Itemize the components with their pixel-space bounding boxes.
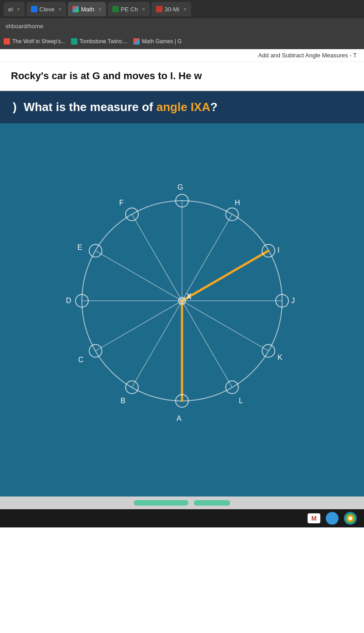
horizontal-scrollbar-thumb[interactable] (134, 500, 188, 506)
tab-cleve-close[interactable]: × (59, 6, 61, 12)
svg-line-2 (132, 301, 182, 387)
subtitle-text: Add and Subtract Angle Measures - T (258, 52, 357, 59)
svg-text:J: J (291, 297, 295, 304)
bookmark-tombstone[interactable]: Tombstone Twins:... (71, 38, 128, 45)
tab-30mi-close[interactable]: × (183, 6, 186, 12)
svg-text:L: L (239, 397, 243, 405)
context-text: Rocky's car is at G and moves to I. He w (11, 70, 202, 81)
bookmark-wolf-label: The Wolf in Sheep's... (12, 38, 66, 45)
svg-text:I: I (278, 246, 279, 254)
bookmark-tombstone-icon (71, 38, 77, 45)
bottom-scrollbar (0, 496, 364, 509)
address-bar: shboard/home (0, 18, 364, 34)
tab-pech-close[interactable]: × (142, 6, 145, 12)
svg-text:K: K (278, 354, 283, 361)
svg-point-15 (178, 297, 186, 304)
avatar-icon[interactable] (326, 512, 339, 525)
gmail-icon[interactable]: M (308, 513, 320, 523)
svg-text:X: X (187, 293, 192, 300)
svg-text:B: B (121, 397, 126, 405)
tab-cleve-icon (31, 6, 37, 12)
svg-text:D: D (66, 297, 71, 304)
svg-line-13 (182, 251, 268, 301)
bookmark-wolf[interactable]: The Wolf in Sheep's... (4, 38, 66, 45)
tab-pech-label: PE Ch (121, 6, 138, 13)
tab-math[interactable]: Math × (68, 2, 106, 16)
svg-text:G: G (177, 183, 183, 191)
tab-pech[interactable]: PE Ch × (108, 2, 150, 16)
svg-line-3 (96, 301, 182, 351)
bookmarks-bar: The Wolf in Sheep's... Tombstone Twins:.… (0, 34, 364, 49)
bookmark-tombstone-label: Tombstone Twins:... (80, 38, 128, 45)
tab-pech-icon (112, 6, 119, 12)
tab-math-label: Math (81, 6, 94, 13)
circle-diagram: X A B C D E F G H I J K (46, 148, 318, 458)
svg-line-11 (182, 301, 268, 351)
bookmark-mathgames-label: Math Games | G (142, 38, 182, 45)
svg-line-8 (182, 214, 232, 301)
svg-line-6 (132, 214, 182, 301)
address-text: shboard/home (5, 23, 43, 30)
svg-text:E: E (77, 243, 82, 251)
svg-text:C: C (78, 356, 84, 364)
question-panel: ) What is the measure of angle IXA? (0, 91, 364, 123)
question-end: ? (210, 100, 217, 114)
horizontal-scrollbar-thumb2[interactable] (194, 500, 230, 506)
system-tray: M (0, 509, 364, 527)
tab-prev-close[interactable]: × (17, 6, 20, 12)
tab-30mi-icon (156, 6, 162, 12)
tab-prev[interactable]: el × (4, 2, 25, 16)
question-context: Rocky's car is at G and moves to I. He w (0, 62, 364, 91)
svg-text:F: F (119, 199, 124, 207)
question-bullet: ) (13, 100, 17, 114)
svg-text:A: A (177, 415, 182, 422)
tab-cleve-label: Cleve (40, 6, 55, 13)
tab-math-close[interactable]: × (98, 6, 101, 12)
question-text: What is the measure of (24, 100, 157, 114)
diagram-area: X A B C D E F G H I J K (0, 123, 364, 496)
tab-math-icon (72, 6, 79, 12)
tab-30mi-label: 30-Mi (165, 6, 180, 13)
tab-prev-label: el (8, 6, 13, 13)
browser-tabs: el × Cleve × Math × PE Ch × 30-Mi × (0, 0, 364, 18)
subtitle-bar: Add and Subtract Angle Measures - T (0, 49, 364, 62)
tab-30mi[interactable]: 30-Mi × (152, 2, 191, 16)
question-highlight: angle IXA (157, 100, 210, 114)
svg-text:H: H (235, 199, 240, 207)
chrome-icon[interactable] (344, 512, 357, 525)
bookmark-mathgames-icon (133, 38, 140, 45)
bookmark-wolf-icon (4, 38, 10, 45)
tab-cleve[interactable]: Cleve × (26, 2, 66, 16)
svg-line-12 (182, 301, 232, 387)
svg-line-5 (96, 251, 182, 301)
bookmark-mathgames[interactable]: Math Games | G (133, 38, 182, 45)
